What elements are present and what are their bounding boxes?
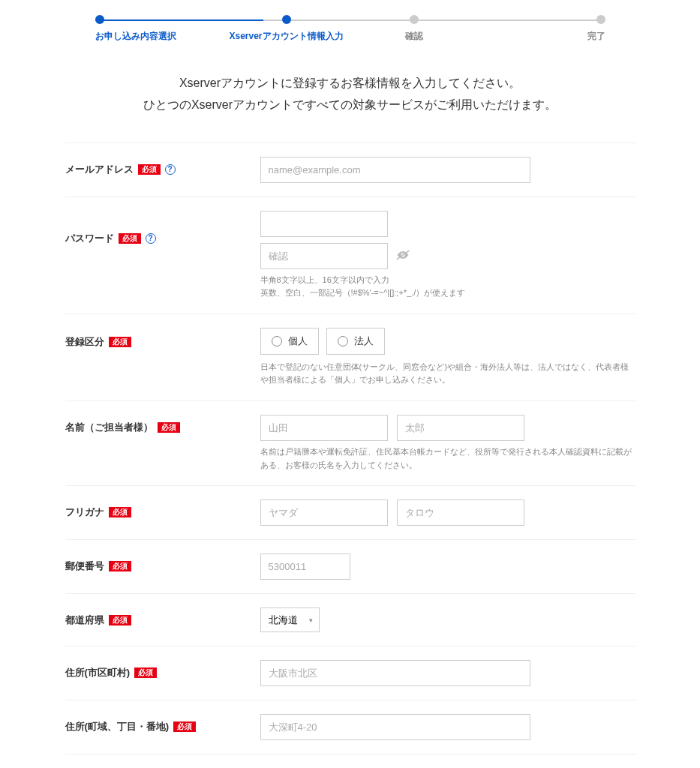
furigana-label: フリガナ xyxy=(65,506,104,519)
help-icon[interactable]: ? xyxy=(146,233,156,244)
firstname-field[interactable] xyxy=(397,415,524,441)
registration-type-label: 登録区分 xyxy=(65,335,104,349)
password-confirm-field[interactable] xyxy=(260,243,388,269)
password-hint: 半角8文字以上、16文字以内で入力 英数、空白、一部記号（!#$%'-=~^|[… xyxy=(260,274,635,300)
required-tag: 必須 xyxy=(109,615,131,626)
postal-label: 郵便番号 xyxy=(65,560,104,573)
city-label: 住所(市区町村) xyxy=(65,666,131,680)
registration-type-hint: 日本で登記のない任意団体(サークル、同窓会など)や組合・海外法人等は、法人ではな… xyxy=(260,361,635,387)
help-icon[interactable]: ? xyxy=(165,164,176,175)
required-tag: 必須 xyxy=(119,233,141,244)
required-tag: 必須 xyxy=(173,722,196,732)
prefecture-label: 都道府県 xyxy=(65,614,104,627)
required-tag: 必須 xyxy=(134,668,157,678)
furigana-first-field[interactable] xyxy=(397,500,524,526)
password-field[interactable] xyxy=(260,211,388,237)
name-label: 名前（ご担当者様） xyxy=(65,421,153,434)
required-tag: 必須 xyxy=(109,507,131,518)
step-3: 確認 xyxy=(350,15,478,43)
name-hint: 名前は戸籍謄本や運転免許証、住民基本台帳カードなど、役所等で発行される本人確認資… xyxy=(260,446,635,472)
intro-text: Xserverアカウントに登録するお客様情報を入力してください。 ひとつのXse… xyxy=(65,73,635,116)
required-tag: 必須 xyxy=(109,337,131,347)
step-2: Xserverアカウント情報入力 xyxy=(223,15,350,43)
step-4: 完了 xyxy=(478,15,605,43)
required-tag: 必須 xyxy=(138,164,161,175)
email-label: メールアドレス xyxy=(65,163,134,176)
password-label: パスワード xyxy=(65,232,114,245)
progress-stepper: お申し込み内容選択 Xserverアカウント情報入力 確認 完了 xyxy=(95,15,605,43)
street-label: 住所(町域、丁目・番地) xyxy=(65,720,170,734)
lastname-field[interactable] xyxy=(260,415,388,441)
postal-field[interactable] xyxy=(260,554,350,580)
radio-corporate[interactable]: 法人 xyxy=(326,328,385,355)
street-field[interactable] xyxy=(260,714,530,740)
step-1: お申し込み内容選択 xyxy=(95,15,223,43)
required-tag: 必須 xyxy=(109,561,131,572)
prefecture-select[interactable]: 北海道 ▾ xyxy=(260,608,320,632)
radio-individual[interactable]: 個人 xyxy=(260,328,319,355)
required-tag: 必須 xyxy=(158,422,180,433)
email-field[interactable] xyxy=(260,157,530,183)
visibility-toggle-icon[interactable] xyxy=(395,249,410,263)
furigana-last-field[interactable] xyxy=(260,500,388,526)
city-field[interactable] xyxy=(260,660,530,686)
